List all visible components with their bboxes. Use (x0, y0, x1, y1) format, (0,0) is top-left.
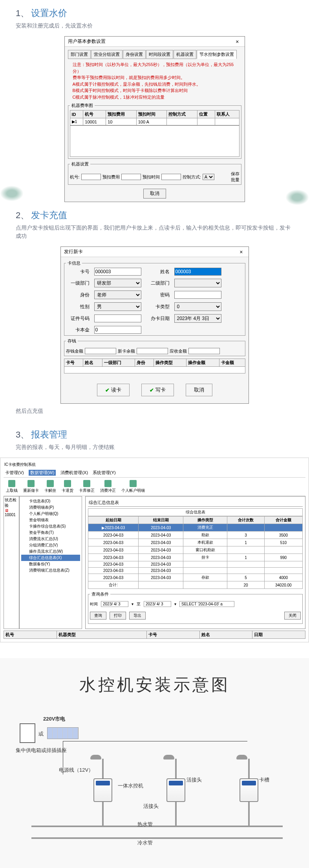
table-row[interactable]: 2023-04-032023-04-03 (88, 568, 303, 574)
s1-desc: 安装和注册完成后，先设置水价 (0, 22, 309, 36)
write-card-button[interactable]: ✔写卡 (141, 384, 174, 396)
tool-withdraw[interactable]: 上取钱 (6, 480, 18, 493)
tree-item[interactable]: 消费明细表(P) (21, 504, 80, 511)
col-name: 姓名 (199, 631, 252, 639)
summary-table[interactable]: 起始日期 结束日期 操作类型 合计次数 合计金额 ▶2023-04-032023… (88, 516, 303, 589)
col-mode[interactable]: 控制方式 (167, 110, 197, 118)
tool-detail[interactable]: 个人帐户明细 (121, 480, 145, 493)
col-mno: 机号 (4, 631, 57, 639)
section1-header: 1、 设置水价 (0, 0, 309, 22)
select-date[interactable]: 2023年 4月 3日 (174, 314, 221, 323)
rate-table[interactable]: ID 机号 预扣费用 预扣时间 控制方式 位置 联系人 ▶1 10001 10 … (70, 110, 240, 125)
col-fee[interactable]: 预扣费用 (106, 110, 137, 118)
table-row[interactable]: 2023-04-032023-04-03本机退款1510 (88, 539, 303, 546)
close-icon[interactable]: × (233, 39, 241, 45)
tree-item[interactable]: 消费流水汇总(U) (21, 536, 80, 542)
cancel-button[interactable]: 取消 (186, 384, 212, 396)
col-time[interactable]: 预扣时间 (136, 110, 167, 118)
select-mode[interactable]: A (203, 174, 214, 180)
btn-batch[interactable]: 批量 (231, 177, 240, 183)
input-deposit[interactable] (85, 348, 116, 354)
tab-time[interactable]: 时间段设置 (146, 50, 173, 59)
rate-legend: 机器费率图 (70, 103, 95, 108)
input-fee[interactable] (121, 174, 141, 180)
tool-reverse[interactable]: 消费冲正 (100, 480, 116, 493)
table-row[interactable]: 2023-04-032023-04-03 (88, 561, 303, 568)
tree-item[interactable]: 操作员流水汇总(W) (21, 548, 80, 555)
tree-item[interactable]: 卡操作综合信息表(S) (21, 523, 80, 530)
col-pos[interactable]: 位置 (197, 110, 215, 118)
select-cardtype[interactable]: 0 (174, 302, 221, 311)
close-icon[interactable]: × (237, 249, 245, 255)
col-mno[interactable]: 机号 (83, 110, 106, 118)
col-dept: 一级部门 (102, 359, 135, 367)
tree-item[interactable]: 数据备份(Y) (21, 561, 80, 567)
input-cardno[interactable] (94, 268, 141, 276)
tree-item-selected[interactable]: 综合汇总信息表(X) (21, 555, 80, 561)
menu-card[interactable]: 卡管理(V) (5, 470, 24, 476)
input-sql[interactable] (179, 601, 234, 607)
tab-identity[interactable]: 身份设置 (123, 50, 146, 59)
cancel-button[interactable]: 取消 (143, 189, 166, 199)
col-count[interactable]: 合计次数 (227, 517, 264, 524)
input-base[interactable] (94, 326, 141, 334)
table-row[interactable]: 2023-04-032023-04-03窗口机助款 (88, 546, 303, 554)
input-name[interactable] (174, 268, 221, 276)
tab-group[interactable]: 营业分组设置 (91, 50, 123, 59)
menu-data[interactable]: 数据管理(W) (29, 470, 56, 476)
col-amount[interactable]: 合计金额 (264, 517, 302, 524)
dialog2-title: 发行新卡 (64, 248, 83, 255)
input-time[interactable] (161, 174, 181, 180)
dialog-params: 用户基本参数设置 × 部门设置 营业分组设置 身份设置 时间段设置 机器设置 节… (64, 36, 245, 202)
input-receive[interactable] (188, 348, 220, 354)
table-row-total[interactable]: 合计:2034020.00 (88, 581, 303, 589)
warning-text: 注意：预扣时间（以秒为单位，最大为255秒），预扣费用（以分为单位，最大为255… (68, 61, 241, 100)
col-optype[interactable]: 操作类型 (183, 517, 227, 524)
table-row[interactable]: 2023-04-032023-04-03挂卡1990 (88, 554, 303, 561)
col-id[interactable]: ID (70, 110, 83, 118)
tree-item[interactable]: 卡信息表(O) (21, 498, 80, 504)
close-button[interactable]: 关闭 (284, 612, 301, 620)
col-cardno: 卡号 (147, 631, 200, 639)
deposit-legend: 存钱 (66, 338, 78, 344)
export-button[interactable]: 导出 (129, 612, 146, 620)
tool-fix[interactable]: 卡库修正 (79, 480, 95, 493)
table-row[interactable]: ▶2023-04-032023-04-03消费充正 (88, 524, 303, 531)
lbl-to: 至 (137, 601, 141, 607)
input-cert[interactable] (94, 314, 141, 322)
table-row[interactable]: ▶1 10001 10 100 A (70, 118, 239, 125)
col-end[interactable]: 结束日期 (139, 517, 183, 524)
tab-water[interactable]: 节水控制参数设置 (197, 50, 237, 59)
tree-item[interactable]: 分组消费汇总(V) (21, 542, 80, 548)
tree-item[interactable]: 资金平衡表(T) (21, 530, 80, 536)
lbl-fee: 预扣费用 (102, 174, 120, 180)
select-dept2[interactable] (174, 279, 221, 287)
query-button[interactable]: 查询 (90, 612, 106, 620)
tool-remake[interactable]: 重新做卡 (23, 480, 39, 493)
select-identity[interactable]: 老师 (94, 291, 141, 299)
print-button[interactable]: 打印 (110, 612, 126, 620)
input-date2[interactable] (144, 601, 171, 607)
tree-item[interactable]: 消费明细汇总信息表(Z) (21, 567, 80, 574)
table-row[interactable]: 2023-04-032023-04-03存款54000 (88, 574, 303, 581)
tree-item[interactable]: 资金明细表 (21, 517, 80, 523)
input-machine[interactable] (81, 174, 101, 180)
tool-return[interactable]: 卡退货 (62, 480, 73, 493)
menu-machine[interactable]: 消费机管理(X) (60, 470, 88, 476)
btn-save[interactable]: 保存 (231, 171, 240, 177)
col-contact[interactable]: 联系人 (215, 110, 239, 118)
tab-machine[interactable]: 机器设置 (174, 50, 196, 59)
select-dept1[interactable]: 研发部 (94, 279, 141, 287)
input-pwd[interactable] (174, 291, 221, 299)
tab-dept[interactable]: 部门设置 (68, 50, 91, 59)
input-date1[interactable] (101, 601, 128, 607)
read-card-button[interactable]: ✔读卡 (97, 384, 130, 396)
lbl-date: 办卡日期 (146, 315, 170, 322)
col-start[interactable]: 起始日期 (88, 517, 139, 524)
input-balance[interactable] (137, 348, 168, 354)
select-sex[interactable]: 男 (94, 302, 141, 311)
tree-item[interactable]: 个人帐户明细(Q) (21, 511, 80, 517)
table-row[interactable]: 2023-04-032023-04-03助款33500 (88, 531, 303, 539)
menu-system[interactable]: 系统管理(Y) (93, 470, 116, 476)
tool-unlock[interactable]: 卡解挂 (44, 480, 56, 493)
